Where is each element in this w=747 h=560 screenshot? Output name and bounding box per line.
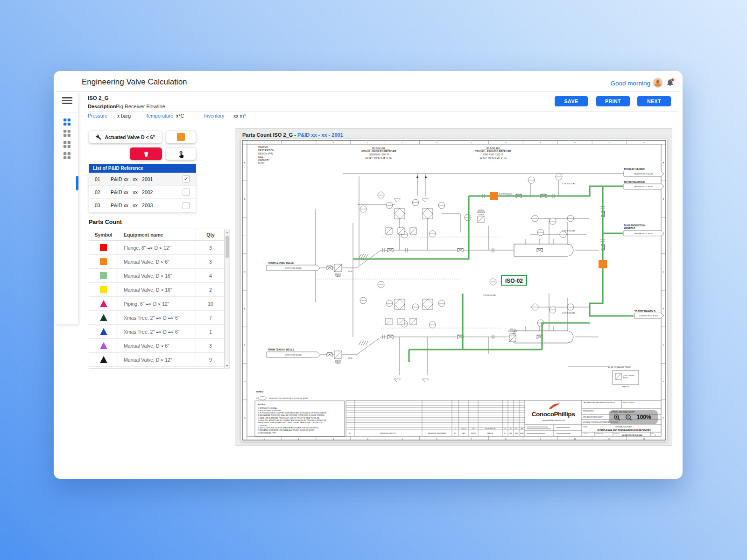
pid-drawing-sheet[interactable]: 112233445566778899101011111212AABBCCDDEE…	[241, 139, 667, 441]
equipment-qty: 2	[196, 287, 225, 293]
svg-text:NOTE 1: NOTE 1	[348, 271, 353, 273]
svg-text:FC: FC	[510, 428, 512, 430]
svg-text:FROM TENGAH WELLS: FROM TENGAH WELLS	[268, 348, 295, 351]
zoom-level: 100%	[637, 414, 651, 420]
svg-text:NOTE 1: NOTE 1	[348, 357, 353, 359]
svg-text:10: 10	[574, 438, 576, 440]
viewer-title-prefix: Parts Count ISO 2_G -	[242, 132, 297, 138]
print-button[interactable]: PRINT	[596, 96, 630, 106]
notification-bell-icon[interactable]	[666, 78, 675, 87]
svg-text:B: B	[244, 198, 246, 200]
svg-text:4"-GP-3P-007-CAO: 4"-GP-3P-007-CAO	[562, 183, 575, 185]
svg-text:CENTRAL GAS PLANT: CENTRAL GAS PLANT	[615, 426, 632, 428]
placed-symbol-marker[interactable]	[599, 260, 607, 268]
parts-table-row: Flange, 6" =< D < 12"3	[89, 241, 224, 255]
pid-row-checkbox[interactable]: ✓	[183, 175, 190, 182]
pid-row-label: P&ID xx - xx - 2002	[105, 189, 183, 195]
svg-text:WHILE ONSITE & INSTRUMENT AIR: WHILE ONSITE & INSTRUMENT AIR CONNECTION…	[258, 422, 323, 424]
svg-text:FLANGE: FLANGE	[335, 362, 340, 364]
svg-text:NOTES :: NOTES :	[258, 403, 266, 406]
svg-text:10. MECHANICAL TYPE.: 10. MECHANICAL TYPE.	[258, 432, 276, 434]
svg-text:4. MECHANICAL INTERLOCK SHALL: 4. MECHANICAL INTERLOCK SHALL BE PROVIDE…	[258, 414, 325, 416]
svg-text:TITLE: TITLE	[583, 426, 587, 428]
equipment-qty: 3	[196, 259, 225, 265]
save-button[interactable]: SAVE	[555, 96, 588, 106]
svg-text:PREVIOUS DWG. NO.: PREVIOUS DWG. NO.	[623, 402, 636, 404]
symbol-swatch	[100, 342, 107, 349]
svg-text:REV: REV	[651, 433, 654, 434]
symbol-swatch	[100, 244, 107, 251]
svg-text:DESCRIPTION: DESCRIPTION	[258, 149, 275, 152]
header-divider	[56, 91, 680, 92]
svg-text:THIS DRAWING HAS BEEN DERIVED: THIS DRAWING HAS BEEN DERIVED FROM DWG N…	[583, 402, 615, 404]
active-indicator	[76, 176, 78, 190]
equipment-name: Manual Valve, D > 6"	[118, 339, 196, 352]
next-button[interactable]: NEXT	[637, 96, 671, 106]
active-tool-button[interactable]: Actuated Valve D < 6"	[89, 131, 162, 143]
delete-button[interactable]	[130, 147, 162, 160]
pid-viewer-panel: Parts Count ISO 2_G - P&ID xx - xx - 200…	[235, 128, 672, 446]
pid-row-checkbox[interactable]	[183, 202, 190, 209]
svg-text:5. SAME LINE NUMBER AS PREVIOU: 5. SAME LINE NUMBER AS PREVIOUSLY CUT-OF…	[258, 417, 320, 419]
scroll-up-icon[interactable]: ▲	[225, 229, 229, 235]
pid-row-checkbox[interactable]	[183, 189, 190, 196]
svg-text:C: C	[244, 234, 246, 237]
svg-text:1. INTRINSIC PG SIGNAL.: 1. INTRINSIC PG SIGNAL.	[258, 407, 277, 409]
avatar[interactable]	[653, 77, 663, 88]
color-swatch	[177, 133, 185, 141]
symbol-swatch	[100, 356, 107, 363]
svg-text:REFERENCE DWG NUMBER: REFERENCE DWG NUMBER	[428, 433, 446, 434]
parts-table: Symbol Equipment name Qty Flange, 6" =< …	[89, 229, 225, 369]
menu-icon[interactable]	[62, 97, 72, 106]
svg-text:BY: BY	[504, 433, 506, 434]
svg-text:TO VACUUM TRUCK: TO VACUUM TRUCK	[613, 366, 631, 368]
svg-text:UNIT / AREA PROCESS / FACIL: UNIT / AREA PROCESS / FACILITY	[583, 416, 603, 418]
pid-list-row[interactable]: 01P&ID xx - xx - 2001✓	[89, 173, 196, 186]
viewer-title-link[interactable]: P&ID xx - xx - 2001	[297, 132, 343, 138]
equipment-name: Piping, 6" =< D < 12"	[118, 297, 196, 310]
touch-hand-icon	[177, 150, 185, 158]
color-swatch-button[interactable]	[166, 131, 196, 143]
svg-text:CORROSION: CORROSION	[477, 211, 486, 213]
svg-text:E: E	[244, 308, 246, 310]
sidebar	[56, 92, 78, 324]
zoom-in-icon[interactable]	[613, 414, 620, 421]
pid-list-row[interactable]: 03P&ID xx - xx - 2003	[89, 199, 196, 212]
svg-text:1350 PSIG / 200 °F: 1350 PSIG / 200 °F	[483, 153, 503, 156]
sidebar-item-1[interactable]	[56, 116, 78, 127]
svg-text:TO TEST MANIFOLD: TO TEST MANIFOLD	[634, 310, 656, 313]
svg-text:CAPACITY: CAPACITY	[258, 159, 270, 161]
svg-text:10: 10	[574, 141, 576, 144]
svg-text:RW: RW	[521, 428, 523, 430]
placed-symbol-marker[interactable]	[490, 192, 498, 200]
sidebar-item-2[interactable]	[56, 127, 78, 139]
pid-list-row[interactable]: 02P&ID xx - xx - 2002	[89, 186, 196, 199]
equipment-name: Xmas Tree, 2" =< D =< 6"	[118, 311, 196, 324]
parts-scrollbar[interactable]: ▲ ▼	[225, 229, 230, 369]
equipment-qty: 10	[196, 301, 225, 307]
svg-text:10"x14" (NPS) x 28'-0" (L): 10"x14" (NPS) x 28'-0" (L)	[365, 156, 392, 159]
equipment-name: Flange, 6" =< D < 12"	[118, 241, 196, 254]
divider	[88, 111, 678, 112]
col-symbol: Symbol	[89, 229, 118, 240]
grid-icon	[63, 141, 70, 148]
svg-text:ENG: ENG	[515, 433, 518, 434]
select-hand-button[interactable]	[166, 147, 196, 160]
sidebar-item-3[interactable]	[56, 139, 78, 150]
description-value: Pig Receiver Flowline	[116, 104, 165, 109]
svg-text:COUPON: COUPON	[478, 214, 484, 216]
sidebar-item-4[interactable]	[56, 150, 78, 161]
grid-icon	[63, 130, 70, 137]
svg-text:II-A-RW-FPO-PID-ST-3P-0001: II-A-RW-FPO-PID-ST-3P-0001	[634, 186, 653, 188]
parts-table-row: Manual Valve, D > 6"3	[89, 339, 224, 353]
scrollbar-thumb[interactable]	[226, 236, 229, 258]
svg-text:H: H	[244, 417, 246, 419]
svg-text:CHK: CHK	[509, 433, 512, 434]
svg-text:10.03.20: 10.03.20	[461, 428, 466, 430]
svg-text:12: 12	[643, 141, 645, 144]
svg-text:TO TEST MANIFOLD: TO TEST MANIFOLD	[624, 181, 645, 183]
viewer-title: Parts Count ISO 2_G - P&ID xx - xx - 200…	[242, 132, 343, 138]
scroll-down-icon[interactable]: ▼	[225, 363, 229, 368]
svg-text:TO: TO	[504, 428, 506, 430]
zoom-out-icon[interactable]	[625, 414, 632, 421]
